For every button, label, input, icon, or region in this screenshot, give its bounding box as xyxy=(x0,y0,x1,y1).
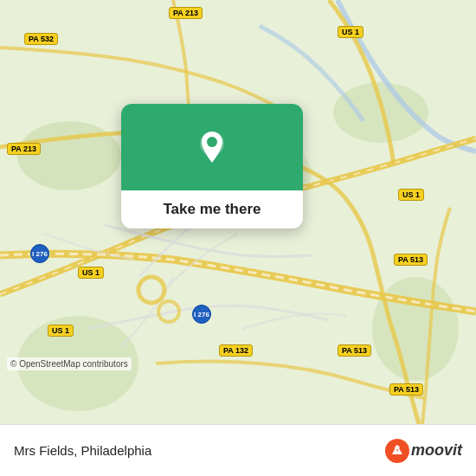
road-badge-i276-bottom: I 276 xyxy=(192,305,211,324)
svg-point-1 xyxy=(17,121,121,190)
road-badge-us1-bottom: US 1 xyxy=(48,325,74,337)
road-badge-pa513-right: PA 513 xyxy=(394,254,428,266)
moovit-logo: moovit xyxy=(385,439,462,463)
svg-point-3 xyxy=(372,277,459,381)
road-badge-pa513-bottom1: PA 513 xyxy=(338,344,371,357)
road-badge-pa213-left: PA 213 xyxy=(7,143,41,155)
road-badge-us1-lower-left: US 1 xyxy=(78,267,104,279)
road-badge-us1-mid: US 1 xyxy=(398,189,424,201)
road-badge-pa132: PA 132 xyxy=(219,344,253,357)
bottom-bar: Mrs Fields, Philadelphia moovit xyxy=(0,424,476,476)
location-popup: Take me there xyxy=(121,104,303,228)
road-badge-pa532: PA 532 xyxy=(24,33,58,45)
moovit-text: moovit xyxy=(411,441,462,460)
svg-point-10 xyxy=(385,439,409,463)
road-badge-us1-top: US 1 xyxy=(338,26,363,38)
road-badge-pa213-top: PA 213 xyxy=(169,7,203,19)
popup-header xyxy=(121,104,303,190)
map: PA 213 US 1 PA 532 PA 213 US 1 I 276 US … xyxy=(0,0,476,424)
location-label: Mrs Fields, Philadelphia xyxy=(14,443,385,458)
take-me-there-button[interactable]: Take me there xyxy=(135,201,289,218)
road-badge-pa513-bottom2: PA 513 xyxy=(389,383,423,396)
map-attribution: © OpenStreetMap contributors xyxy=(7,357,132,370)
location-pin-icon xyxy=(191,126,233,168)
svg-point-9 xyxy=(207,137,217,147)
road-badge-i276-left: I 276 xyxy=(30,244,49,263)
popup-action[interactable]: Take me there xyxy=(121,190,303,228)
moovit-icon xyxy=(385,439,409,463)
svg-point-11 xyxy=(395,445,399,449)
